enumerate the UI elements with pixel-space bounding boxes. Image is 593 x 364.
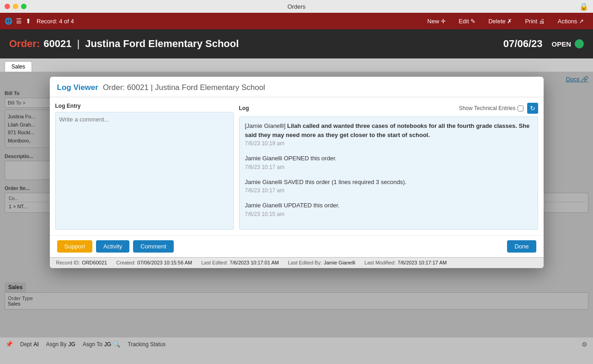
close-button[interactable] [5,4,10,9]
record-id-label: Record ID: [56,260,80,265]
show-technical-label[interactable]: Show Technical Entries [459,105,524,111]
window-title: Orders [288,3,306,10]
lock-icon: 🔒 [579,2,588,11]
log-entry-2-time: 7/6/23 10:17 am [245,164,532,170]
log-entry-1-bold: Lilah called and wanted three cases of n… [245,122,530,138]
log-viewer-modal: Log Viewer Order: 60021 | Justina Ford E… [50,77,544,268]
tracking-field: Tracking Status [128,341,166,348]
bottom-bar: 📌 Dept AI Asgn By JG Asgn To JG 🔍 Tracki… [0,337,593,351]
record-id-field: Record ID: ORD60021 [56,260,107,265]
nav-bar: 🌐 ☰ ⬆ Record: 4 of 4 New ✛ Edit ✎ Delete… [0,13,593,29]
dept-label: Dept [20,341,32,348]
actions-button[interactable]: Actions ↗ [553,16,588,26]
search-icon[interactable]: 🔍 [113,341,120,348]
last-edited-by-label: Last Edited By: [288,260,322,265]
print-button[interactable]: Print 🖨 [520,16,549,26]
last-modified-value: 7/6/2023 10:17:17 AM [398,260,447,265]
last-edited-value: 7/6/2023 10:17:01 AM [230,260,279,265]
log-entry-3-text: Jamie Gianelli SAVED this order (1 lines… [245,178,532,187]
show-technical-checkbox[interactable] [518,106,524,111]
log-entry-4-time: 7/6/23 10:15 am [245,211,532,217]
log-entry-1: [Jamie Gianelli] Lilah called and wanted… [245,121,532,147]
log-entry-4: Jamie Gianelli UPDATED this order. 7/6/2… [245,201,532,217]
tab-sales[interactable]: Sales [5,61,32,72]
modal-status-bar: Record ID: ORD60021 Created: 07/06/2023 … [50,257,544,268]
log-entry-3-time: 7/6/23 10:17 am [245,187,532,194]
modal-body: Log Entry Log Show Technical Entries ↻ [50,97,544,235]
asgn-to-value: JG [104,341,111,348]
order-status: OPEN [551,40,571,48]
minimize-button[interactable] [13,4,18,9]
asgn-by-field: Asgn By JG [46,341,75,348]
menu-icon[interactable]: ☰ [16,17,22,25]
status-indicator [575,39,584,48]
last-edited-by-field: Last Edited By: Jamie Gianelli [288,260,355,265]
asgn-to-field: Asgn To JG 🔍 [83,341,121,348]
last-modified-label: Last Modified: [364,260,395,265]
tabs-row: Sales [0,58,593,72]
created-value: 07/06/2023 10:15:56 AM [137,260,192,265]
support-button[interactable]: Support [57,240,93,253]
modal-title-order: Order: 60021 | Justina Ford Elementary S… [103,83,265,92]
asgn-by-value: JG [68,341,75,348]
order-number: 60021 [43,38,71,50]
edit-button[interactable]: Edit ✎ [454,16,480,26]
arrow-up-icon[interactable]: ⬆ [26,17,31,25]
created-field: Created: 07/06/2023 10:15:56 AM [116,260,192,265]
log-entry-4-text: Jamie Gianelli UPDATED this order. [245,201,532,210]
log-entry-label: Log Entry [55,103,234,109]
gear-icon[interactable]: ⚙ [582,341,588,348]
comment-button[interactable]: Comment [133,240,173,253]
delete-button[interactable]: Delete ✗ [484,16,517,26]
log-panel: Log Show Technical Entries ↻ [Jamie Gian… [239,103,538,230]
log-panel-label: Log [239,105,249,111]
log-content[interactable]: [Jamie Gianelli] Lilah called and wanted… [239,116,538,230]
tracking-label: Tracking Status [128,341,166,348]
last-edited-label: Last Edited: [201,260,228,265]
home-icon[interactable]: 🌐 [5,17,12,25]
asgn-to-label: Asgn To [83,341,102,348]
maximize-button[interactable] [21,4,27,9]
order-header: Order: 60021 | Justina Ford Elementary S… [0,29,593,58]
activity-button[interactable]: Activity [96,240,129,253]
asgn-by-label: Asgn By [46,341,67,348]
modal-footer: Support Activity Comment Done [50,235,544,257]
log-entry-1-time: 7/6/23 10:19 am [245,140,532,147]
dept-value: AI [33,341,38,348]
pin-icon: 📌 [5,341,13,348]
log-panel-header: Log Show Technical Entries ↻ [239,103,538,114]
record-indicator: Record: 4 of 4 [37,18,74,25]
log-entry-textarea[interactable] [55,112,234,230]
modal-overlay: Log Viewer Order: 60021 | Justina Ford E… [0,72,593,337]
done-button[interactable]: Done [507,240,536,253]
title-bar: Orders 🔒 [0,0,593,13]
new-button[interactable]: New ✛ [423,16,451,26]
modal-title-log: Log Viewer [57,83,98,92]
last-edited-by-value: Jamie Gianelli [324,260,355,265]
order-divider: | [77,38,80,50]
log-entry-2-text: Jamie Gianelli OPENED this order. [245,154,532,163]
last-modified-field: Last Modified: 7/6/2023 10:17:17 AM [364,260,447,265]
order-date: 07/06/23 [503,38,543,50]
record-id-value: ORD60021 [82,260,107,265]
dept-field: Dept AI [20,341,39,348]
log-entry-2: Jamie Gianelli OPENED this order. 7/6/23… [245,154,532,170]
log-entry-panel: Log Entry [55,103,234,230]
order-name: Justina Ford Elementary School [85,38,239,50]
created-label: Created: [116,260,135,265]
refresh-button[interactable]: ↻ [527,103,538,114]
content-area: Docs 🔗 Bill To Bill To > Justina Fo... L… [0,72,593,337]
log-entry-1-author: [Jamie Gianelli] [245,122,287,129]
order-label: Order: [9,38,40,50]
modal-header: Log Viewer Order: 60021 | Justina Ford E… [50,77,544,97]
window-controls [5,4,27,9]
log-entry-3: Jamie Gianelli SAVED this order (1 lines… [245,178,532,194]
last-edited-field: Last Edited: 7/6/2023 10:17:01 AM [201,260,279,265]
